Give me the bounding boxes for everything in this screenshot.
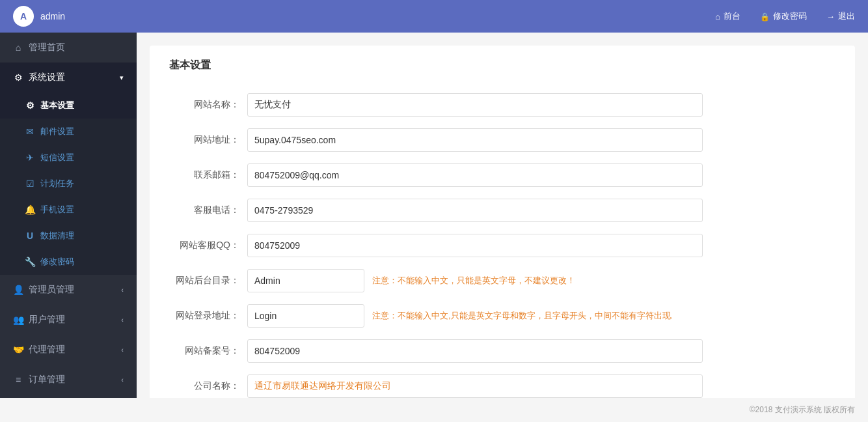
form-row-site-name: 网站名称：	[169, 92, 835, 118]
sidebar-label-agent-mgr: 代理管理	[29, 344, 65, 356]
settings-icon	[13, 72, 23, 83]
sidebar-item-user-mgr[interactable]: 👥 用户管理 ‹	[0, 305, 137, 335]
sidebar-item-dashboard[interactable]: 管理首页	[0, 33, 137, 63]
sidebar-label-data-clean: 数据清理	[40, 230, 74, 242]
avatar: A	[13, 6, 34, 27]
front-link[interactable]: 前台	[715, 10, 740, 22]
admin-icon: 👤	[13, 285, 23, 295]
site-name-label: 网站名称：	[169, 99, 247, 111]
backend-dir-label: 网站后台目录：	[169, 275, 247, 287]
login-url-input[interactable]	[247, 304, 364, 328]
company-label: 公司名称：	[169, 380, 247, 392]
backend-dir-input[interactable]	[247, 269, 364, 292]
sidebar-label-admin-mgr: 管理员管理	[29, 284, 74, 296]
content-area: 基本设置 网站名称： 网站地址： 联系邮箱： 客服电话：	[137, 33, 868, 398]
chevron-right-icon2: ‹	[121, 316, 124, 324]
sidebar-item-system[interactable]: 系统设置 ▾	[0, 63, 137, 92]
sidebar-subitem-sms[interactable]: ✈ 短信设置	[0, 145, 137, 171]
logout-icon	[826, 12, 835, 21]
backend-dir-note: 注意：不能输入中文，只能是英文字母，不建议更改！	[372, 275, 575, 287]
data-icon: U	[25, 231, 35, 241]
chevron-right-icon3: ‹	[121, 346, 124, 354]
form-row-backend-dir: 网站后台目录： 注意：不能输入中文，只能是英文字母，不建议更改！	[169, 268, 835, 294]
sidebar-label-basic: 基本设置	[40, 100, 74, 111]
login-url-label: 网站登录地址：	[169, 310, 247, 322]
form-row-company: 公司名称：	[169, 373, 835, 398]
sidebar-item-agent-mgr[interactable]: 🤝 代理管理 ‹	[0, 335, 137, 365]
form-row-icp: 网站备案号：	[169, 338, 835, 364]
phone-icon: 🔔	[25, 204, 35, 215]
sidebar-label-order-mgr: 订单管理	[29, 374, 65, 386]
site-url-label: 网站地址：	[169, 134, 247, 146]
modify-password-link[interactable]: 修改密码	[760, 10, 807, 22]
page-title: 基本设置	[169, 59, 835, 79]
password-icon: 🔧	[25, 257, 35, 267]
basic-icon: ⚙	[25, 100, 35, 111]
logout-link[interactable]: 退出	[826, 10, 855, 22]
front-icon	[715, 12, 720, 21]
task-icon: ☑	[25, 178, 35, 189]
sidebar-label-system: 系统设置	[29, 72, 65, 83]
sidebar-label-task: 计划任务	[40, 178, 74, 190]
sidebar-item-withdraw-mgr[interactable]: 👛 提款管理 ‹	[0, 395, 137, 398]
sidebar-item-admin-mgr[interactable]: 👤 管理员管理 ‹	[0, 275, 137, 305]
qq-label: 网站客服QQ：	[169, 240, 247, 251]
mail-icon: ✉	[25, 126, 35, 137]
settings-card: 基本设置 网站名称： 网站地址： 联系邮箱： 客服电话：	[150, 46, 855, 398]
user-icon: 👥	[13, 315, 23, 325]
phone-input[interactable]	[247, 199, 703, 222]
sidebar-subitem-basic[interactable]: ⚙ 基本设置	[0, 92, 137, 119]
email-input[interactable]	[247, 163, 703, 187]
sms-icon: ✈	[25, 152, 35, 163]
form-row-qq: 网站客服QQ：	[169, 232, 835, 259]
chevron-right-icon4: ‹	[121, 376, 124, 384]
sidebar-label-sms: 短信设置	[40, 152, 74, 163]
footer: ©2018 支付演示系统 版权所有	[0, 398, 868, 422]
username-label: admin	[40, 11, 715, 21]
login-url-note: 注意：不能输入中文,只能是英文字母和数字，且字母开头，中间不能有字符出现.	[372, 310, 673, 322]
home-icon	[13, 42, 23, 53]
header: A admin 前台 修改密码 退出	[0, 0, 868, 33]
site-name-input[interactable]	[247, 93, 703, 117]
sidebar: 管理首页 系统设置 ▾ ⚙ 基本设置 ✉ 邮件设置 ✈ 短信设置 ☑ 计划任务 …	[0, 33, 137, 398]
sidebar-subitem-data-clean[interactable]: U 数据清理	[0, 223, 137, 249]
form-row-login-url: 网站登录地址： 注意：不能输入中文,只能是英文字母和数字，且字母开头，中间不能有…	[169, 303, 835, 329]
sidebar-subitem-task[interactable]: ☑ 计划任务	[0, 171, 137, 197]
icp-input[interactable]	[247, 339, 703, 363]
header-actions: 前台 修改密码 退出	[715, 10, 855, 22]
icp-label: 网站备案号：	[169, 345, 247, 357]
sidebar-label-phone: 手机设置	[40, 204, 74, 216]
sidebar-label-password: 修改密码	[40, 256, 74, 268]
form-row-site-url: 网站地址：	[169, 127, 835, 153]
sidebar-item-order-mgr[interactable]: ≡ 订单管理 ‹	[0, 365, 137, 395]
company-input[interactable]	[247, 374, 703, 398]
order-icon: ≡	[13, 374, 23, 385]
form-row-phone: 客服电话：	[169, 197, 835, 223]
sidebar-subitem-phone[interactable]: 🔔 手机设置	[0, 197, 137, 223]
chevron-down-icon: ▾	[120, 74, 124, 82]
sidebar-subitem-password[interactable]: 🔧 修改密码	[0, 249, 137, 275]
sidebar-label-dashboard: 管理首页	[29, 42, 65, 53]
qq-input[interactable]	[247, 234, 703, 257]
main-layout: 管理首页 系统设置 ▾ ⚙ 基本设置 ✉ 邮件设置 ✈ 短信设置 ☑ 计划任务 …	[0, 33, 868, 398]
agent-icon: 🤝	[13, 345, 23, 355]
chevron-right-icon: ‹	[121, 286, 124, 294]
copyright-text: ©2018 支付演示系统 版权所有	[750, 405, 855, 414]
modify-pwd-icon	[760, 12, 770, 21]
form-row-email: 联系邮箱：	[169, 162, 835, 188]
sidebar-label-mail: 邮件设置	[40, 126, 74, 137]
email-label: 联系邮箱：	[169, 169, 247, 181]
site-url-input[interactable]	[247, 128, 703, 152]
phone-label: 客服电话：	[169, 204, 247, 216]
sidebar-label-user-mgr: 用户管理	[29, 314, 65, 326]
sidebar-subitem-mail[interactable]: ✉ 邮件设置	[0, 119, 137, 145]
